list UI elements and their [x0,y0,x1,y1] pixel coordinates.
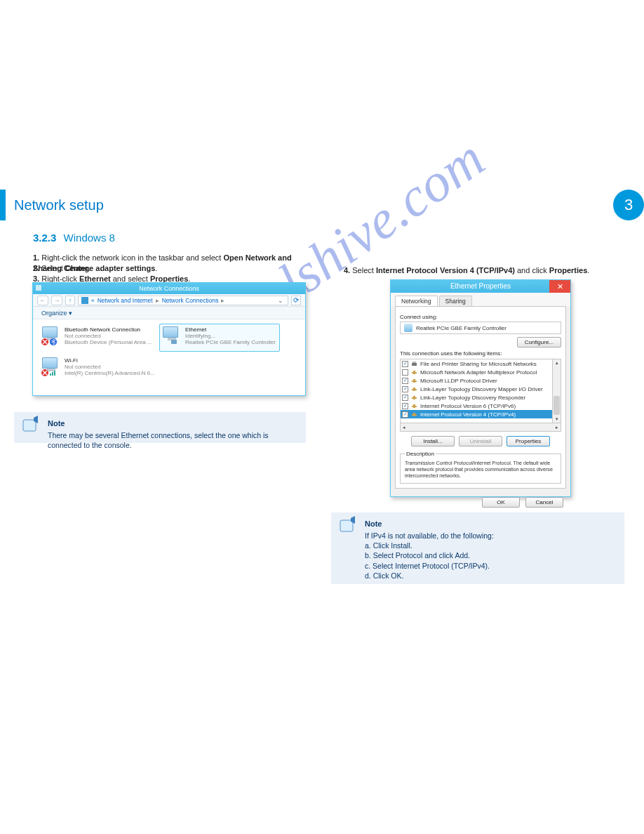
component-label: Microsoft LLDP Protocol Driver [420,378,497,384]
organize-menu[interactable]: Organize ▾ [41,310,72,317]
breadcrumb-sep: ▸ [221,297,224,304]
breadcrumb-item[interactable]: Network Connections [162,297,219,304]
adapter-name: Realtek PCIe GBE Family Controller [416,325,507,331]
connection-name: Wi-Fi [65,357,155,364]
component-row[interactable]: ✓Microsoft LLDP Protocol Driver [401,376,552,385]
scroll-right-icon[interactable]: ▸ [554,425,561,430]
adapter-icon [404,324,412,332]
checkbox[interactable]: ✓ [402,395,408,401]
component-row[interactable]: Microsoft Network Adapter Multiplexor Pr… [401,368,552,376]
header-accent [0,190,6,220]
proto-icon [411,386,417,392]
back-button[interactable]: ← [37,296,48,305]
checkbox[interactable]: ✓ [402,403,408,409]
page-header: Network setup 3 [0,190,644,220]
checkbox[interactable]: ✓ [402,378,408,384]
close-button[interactable]: ✕ [549,280,570,293]
checkbox[interactable] [402,369,408,376]
cancel-button[interactable]: Cancel [525,497,563,508]
note-title: Note [365,519,616,528]
note-text: If IPv4 is not available, do the followi… [365,531,616,581]
install-button[interactable]: Install... [411,436,455,446]
nc-titlebar[interactable]: Network Connections [33,283,305,294]
component-row[interactable]: ✓Internet Protocol Version 4 (TCP/IPv4) [401,410,552,418]
monitor-icon [42,357,60,376]
proto-icon [411,411,417,418]
note-line: d. Click OK. [365,571,616,581]
breadcrumb-drop[interactable]: ⌄ [278,297,285,304]
svg-rect-22 [340,520,353,531]
scroll-up-icon[interactable]: ▴ [553,359,561,366]
ok-button[interactable]: OK [482,497,520,508]
svg-rect-5 [52,372,53,376]
connection-status: Identifying... [185,333,276,339]
ep-panel: Connect using: Realtek PCIe GBE Family C… [395,306,566,489]
wifi-bars-icon [49,369,58,377]
proto-icon [411,378,417,384]
component-row[interactable]: ✓Link-Layer Topology Discovery Mapper I/… [401,385,552,393]
nc-body: Bluetooth Network Connection Not connect… [33,319,305,387]
plug-icon [170,338,178,346]
components-list[interactable]: ✓File and Printer Sharing for Microsoft … [400,359,561,423]
svg-rect-2 [171,340,177,344]
connect-using-label: Connect using: [400,314,561,320]
page-number-badge: 3 [613,190,644,220]
tab-networking[interactable]: Networking [395,296,438,306]
component-row[interactable]: ✓Internet Protocol Version 6 (TCP/IPv6) [401,402,552,410]
connection-item-ethernet[interactable]: Ethernet Identifying... Realtek PCIe GBE… [159,324,280,352]
svg-rect-21 [413,413,415,416]
ep-titlebar[interactable]: Ethernet Properties ✕ [391,280,570,293]
connection-desc: Intel(R) Centrino(R) Advanced-N 6... [65,370,155,376]
component-row[interactable]: ✓Link-Layer Topology Discovery Responder [401,393,552,402]
component-label: Internet Protocol Version 6 (TCP/IPv6) [420,403,516,409]
svg-rect-4 [50,373,51,376]
checkbox[interactable]: ✓ [402,361,408,367]
nc-toolbar: Organize ▾ [33,307,305,319]
connection-desc: Realtek PCIe GBE Family Controller [185,339,276,345]
svg-rect-6 [54,371,55,376]
checkbox[interactable]: ✓ [402,411,408,418]
connection-status: Not connected [65,333,152,339]
x-badge-icon [41,369,49,377]
breadcrumb[interactable]: « Network and Internet ▸ Network Connect… [78,296,288,305]
component-label: File and Printer Sharing for Microsoft N… [420,361,537,367]
note-line: a. Click Install. [365,541,616,550]
breadcrumb-prefix: « [91,297,95,304]
configure-button[interactable]: Configure... [517,337,561,348]
up-button[interactable]: ↑ [65,296,75,305]
checkbox[interactable]: ✓ [402,386,408,392]
refresh-button[interactable]: ⟳ [291,296,301,305]
network-connections-window: Network Connections ← → ↑ « Network and … [32,282,306,396]
breadcrumb-item[interactable]: Network and Internet [98,297,153,304]
component-label: Internet Protocol Version 4 (TCP/IPv4) [420,411,516,418]
instruction-step-2: 2. Select Change adapter settings. [33,263,307,274]
horizontal-scrollbar[interactable]: ◂ ▸ [400,423,561,432]
scroll-down-icon[interactable]: ▾ [553,416,561,423]
properties-button[interactable]: Properties [507,436,550,446]
breadcrumb-sep: ▸ [156,297,159,304]
scroll-left-icon[interactable]: ◂ [401,425,408,430]
svg-rect-11 [413,371,415,374]
component-row[interactable]: ✓File and Printer Sharing for Microsoft … [401,359,552,368]
connection-name: Ethernet [185,326,276,333]
vertical-scrollbar[interactable]: ▴ ▾ [552,359,561,423]
connection-item-bluetooth[interactable]: Bluetooth Network Connection Not connect… [39,324,159,352]
ep-title: Ethernet Properties [450,282,511,290]
page-title: Network setup [14,197,104,213]
note-box-2: Note If IPv4 is not available, do the fo… [331,512,624,584]
instruction-step-4: 4. Select Internet Protocol Version 4 (T… [344,265,591,276]
section-number: 3.2.3 [33,232,56,244]
tab-sharing[interactable]: Sharing [439,296,472,306]
monitor-icon [42,326,60,345]
proto-icon [411,369,417,376]
ep-tabs: Networking Sharing [391,293,570,306]
x-badge-icon [41,338,49,346]
description-legend: Description [405,451,436,457]
forward-button[interactable]: → [51,296,62,305]
note-icon [338,515,358,534]
section-heading: 3.2.3 Windows 8 [33,232,115,244]
svg-rect-7 [23,420,36,431]
connection-item-wifi[interactable]: Wi-Fi Not connected Intel(R) Centrino(R)… [39,355,159,383]
scroll-thumb[interactable] [554,396,560,415]
adapter-field[interactable]: Realtek PCIe GBE Family Controller [400,322,561,334]
